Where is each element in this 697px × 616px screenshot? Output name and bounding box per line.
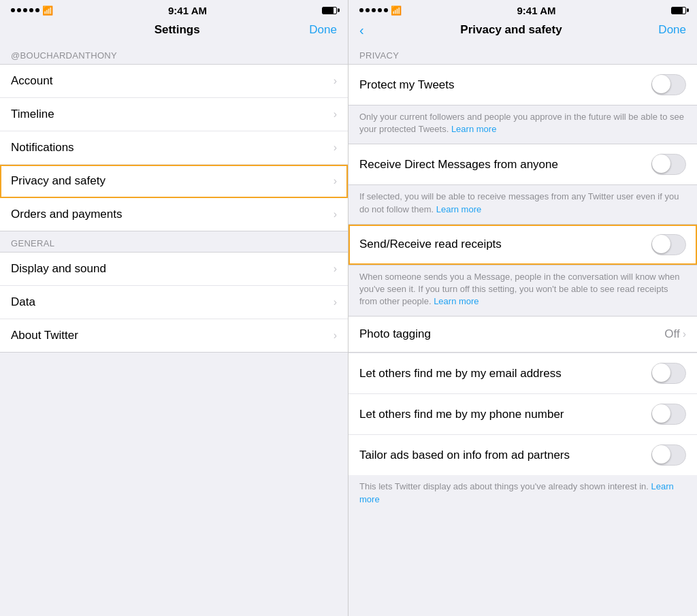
settings-item-account[interactable]: Account › [0, 65, 348, 98]
battery-icon-left [322, 7, 337, 14]
status-left: 📶 [11, 5, 53, 16]
account-settings-list: Account › Timeline › Notifications › Pri… [0, 64, 348, 231]
wifi-icon-right: 📶 [391, 5, 402, 16]
receive-dm-knob [652, 155, 670, 173]
settings-title: Settings [155, 23, 200, 37]
back-chevron-icon: ‹ [359, 23, 364, 37]
wifi-icon: 📶 [42, 5, 53, 16]
receive-dm-toggle[interactable] [651, 154, 686, 175]
tailor-ads-knob [652, 445, 670, 464]
find-email-label: Let others find me by my email address [359, 367, 651, 380]
settings-done-button[interactable]: Done [309, 23, 337, 37]
nav-bar-privacy: ‹ Privacy and safety Done [348, 19, 697, 44]
find-email-block: Let others find me by my email address L… [348, 353, 697, 475]
data-chevron: › [334, 296, 337, 308]
tailor-ads-label: Tailor ads based on info from ad partner… [359, 449, 651, 462]
display-chevron: › [334, 263, 337, 275]
find-phone-label: Let others find me by my phone number [359, 408, 651, 421]
photo-tagging-block: Photo tagging Off › [348, 316, 697, 353]
status-time-left: 9:41 AM [168, 5, 207, 16]
settings-item-data[interactable]: Data › [0, 286, 348, 319]
settings-item-privacy[interactable]: Privacy and safety › [0, 165, 348, 198]
battery-icon-right [671, 7, 686, 14]
read-receipts-toggle[interactable] [651, 234, 686, 255]
read-receipts-desc-text: When someone sends you a Message, people… [359, 272, 679, 306]
status-bar-right: 📶 9:41 AM [348, 0, 697, 19]
status-bar-left: 📶 9:41 AM [0, 0, 348, 19]
read-receipts-knob [652, 235, 670, 253]
privacy-chevron: › [334, 175, 337, 187]
tailor-ads-desc-text: This lets Twitter display ads about thin… [359, 481, 651, 491]
account-section-header: @BOUCHARDANTHONY [0, 44, 348, 64]
general-settings-list: Display and sound › Data › About Twitter… [0, 252, 348, 353]
find-phone-knob [652, 404, 670, 423]
settings-panel: 📶 9:41 AM Settings Done @BOUCHARDANTHONY… [0, 0, 348, 616]
photo-tagging-label: Photo tagging [359, 327, 664, 341]
status-left-right: 📶 [359, 5, 402, 16]
status-right-right [671, 7, 686, 14]
data-label: Data [11, 295, 35, 309]
protect-tweets-learn-more[interactable]: Learn more [451, 124, 496, 134]
protect-tweets-desc: Only your current followers and people y… [348, 106, 697, 144]
read-receipts-block: Send/Receive read receipts [348, 224, 697, 265]
receive-dm-label: Receive Direct Messages from anyone [359, 158, 651, 172]
privacy-safety-panel: 📶 9:41 AM ‹ Privacy and safety Done PRIV… [348, 0, 697, 616]
protect-tweets-block: Protect my Tweets [348, 64, 697, 106]
read-receipts-learn-more[interactable]: Learn more [434, 296, 479, 306]
orders-chevron: › [334, 208, 337, 221]
receive-dm-desc: If selected, you will be able to receive… [348, 185, 697, 223]
nav-bar-settings: Settings Done [0, 19, 348, 44]
settings-item-display[interactable]: Display and sound › [0, 253, 348, 286]
protect-tweets-label: Protect my Tweets [359, 78, 651, 92]
privacy-done-button[interactable]: Done [658, 23, 686, 37]
settings-item-orders[interactable]: Orders and payments › [0, 198, 348, 231]
privacy-section-header: PRIVACY [348, 44, 697, 64]
receive-dm-row[interactable]: Receive Direct Messages from anyone [348, 144, 697, 184]
receive-dm-desc-text: If selected, you will be able to receive… [359, 191, 679, 214]
photo-tagging-chevron: › [683, 328, 686, 340]
tailor-ads-toggle[interactable] [651, 444, 686, 466]
timeline-chevron: › [334, 108, 337, 120]
protect-tweets-row[interactable]: Protect my Tweets [348, 65, 697, 105]
find-email-knob [652, 363, 670, 382]
receive-dm-block: Receive Direct Messages from anyone [348, 144, 697, 185]
read-receipts-row[interactable]: Send/Receive read receipts [348, 225, 697, 265]
general-section-header: GENERAL [0, 231, 348, 252]
status-right-left [322, 7, 337, 14]
orders-label: Orders and payments [11, 208, 122, 221]
tailor-ads-row[interactable]: Tailor ads based on info from ad partner… [348, 435, 697, 475]
timeline-label: Timeline [11, 108, 54, 121]
about-chevron: › [334, 329, 337, 342]
signal-dots-right [359, 8, 388, 12]
settings-item-timeline[interactable]: Timeline › [0, 98, 348, 131]
privacy-safety-label: Privacy and safety [11, 174, 106, 188]
signal-dots [11, 8, 39, 12]
privacy-title: Privacy and safety [460, 23, 562, 37]
photo-tagging-value: Off [664, 327, 679, 341]
read-receipts-label: Send/Receive read receipts [359, 238, 651, 251]
account-label: Account [11, 74, 52, 88]
notifications-chevron: › [334, 142, 337, 154]
settings-item-notifications[interactable]: Notifications › [0, 131, 348, 165]
protect-tweets-desc-text: Only your current followers and people y… [359, 112, 684, 134]
about-label: About Twitter [11, 329, 78, 342]
notifications-label: Notifications [11, 141, 74, 155]
receive-dm-learn-more[interactable]: Learn more [436, 204, 481, 214]
photo-tagging-row[interactable]: Photo tagging Off › [348, 317, 697, 352]
tailor-ads-desc: This lets Twitter display ads about thin… [348, 475, 697, 513]
find-email-toggle[interactable] [651, 363, 686, 384]
account-chevron: › [334, 75, 337, 87]
read-receipts-desc: When someone sends you a Message, people… [348, 265, 697, 317]
back-button[interactable]: ‹ [359, 23, 364, 37]
settings-item-about[interactable]: About Twitter › [0, 319, 348, 352]
display-label: Display and sound [11, 262, 106, 276]
find-phone-toggle[interactable] [651, 404, 686, 425]
protect-tweets-toggle[interactable] [651, 74, 686, 95]
find-phone-row[interactable]: Let others find me by my phone number [348, 394, 697, 435]
find-email-row[interactable]: Let others find me by my email address [348, 353, 697, 394]
protect-tweets-knob [652, 75, 670, 93]
status-time-right: 9:41 AM [517, 5, 556, 16]
